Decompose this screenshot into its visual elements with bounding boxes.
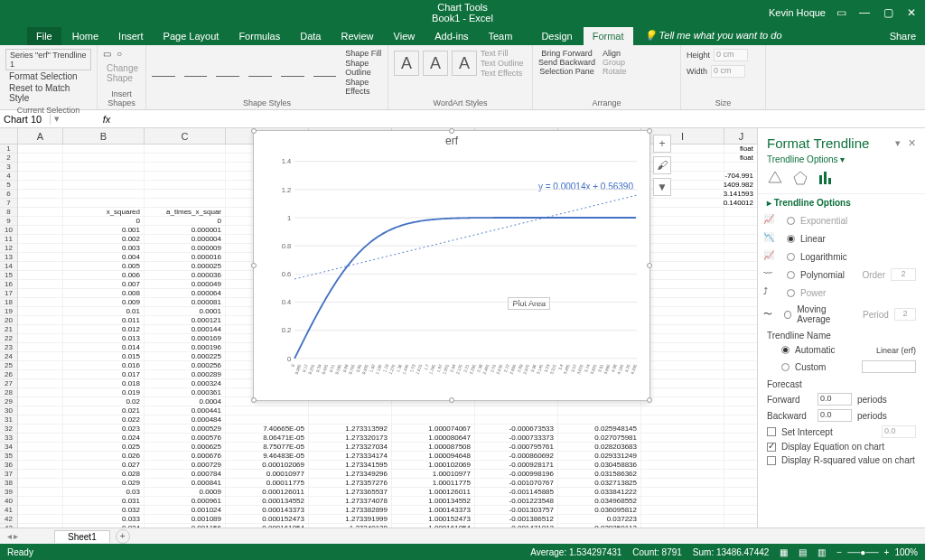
cell-C4[interactable]: [145, 172, 226, 180]
cell-B8[interactable]: x_squared: [63, 208, 145, 216]
zoom-value[interactable]: 100%: [894, 547, 918, 557]
cell-J8[interactable]: [724, 208, 759, 216]
cell-A30[interactable]: [18, 406, 63, 415]
cell-A2[interactable]: [18, 154, 63, 162]
namebox-dropdown-icon[interactable]: ▾: [51, 113, 63, 125]
reset-style-button[interactable]: Reset to Match Style: [5, 82, 91, 104]
row-header-17[interactable]: 17: [0, 289, 17, 298]
cell-A14[interactable]: [18, 262, 63, 270]
cell-C32[interactable]: 0.000529: [145, 425, 226, 433]
cell-J11[interactable]: [724, 235, 759, 243]
radio-name-custom[interactable]: [781, 363, 790, 371]
cell-E39[interactable]: 1.273365537: [309, 488, 392, 496]
cell-D37[interactable]: 0.00010977: [226, 470, 309, 478]
cell-C17[interactable]: 0.000064: [145, 289, 226, 297]
cell-C40[interactable]: 0.000961: [145, 497, 226, 505]
close-icon[interactable]: ✕: [903, 5, 920, 21]
cell-F41[interactable]: 1.000143373: [392, 506, 475, 514]
cell-B3[interactable]: [63, 163, 145, 171]
cell-F40[interactable]: 1.000134552: [392, 497, 475, 505]
cell-I37[interactable]: [641, 470, 724, 478]
row-header-25[interactable]: 25: [0, 361, 17, 370]
cell-C34[interactable]: 0.000625: [145, 443, 226, 451]
row-header-4[interactable]: 4: [0, 172, 17, 181]
row-header-32[interactable]: 32: [0, 425, 17, 434]
cell-B42[interactable]: 0.033: [63, 515, 145, 523]
cell-I10[interactable]: [641, 226, 724, 234]
cell-C14[interactable]: 0.000025: [145, 262, 226, 270]
cell-J16[interactable]: [724, 280, 759, 288]
cell-D32[interactable]: 7.40665E-05: [226, 425, 309, 433]
cell-J26[interactable]: [724, 370, 759, 378]
cell-C18[interactable]: 0.000081: [145, 298, 226, 306]
cell-E41[interactable]: 1.273382899: [309, 506, 392, 514]
cell-B26[interactable]: 0.017: [63, 370, 145, 378]
cell-A23[interactable]: [18, 343, 63, 351]
check-display-equation[interactable]: [767, 443, 776, 452]
cell-A26[interactable]: [18, 370, 63, 378]
cell-C8[interactable]: a_times_x_squar: [145, 208, 226, 216]
ribbon-options-icon[interactable]: ▭: [833, 5, 849, 21]
cell-J30[interactable]: [724, 406, 759, 415]
cell-J22[interactable]: [724, 334, 759, 342]
cell-J25[interactable]: [724, 361, 759, 369]
cell-D38[interactable]: 0.00011775: [226, 479, 309, 487]
cell-F36[interactable]: 1.000102069: [392, 461, 475, 469]
cell-I31[interactable]: [641, 415, 724, 424]
cell-A1[interactable]: [18, 145, 63, 153]
cell-j2[interactable]: float: [724, 154, 753, 163]
cell-I27[interactable]: [641, 379, 724, 387]
cell-A13[interactable]: [18, 253, 63, 261]
row-header-12[interactable]: 12: [0, 244, 17, 253]
cell-A3[interactable]: [18, 163, 63, 171]
radio-polynomial[interactable]: [787, 271, 795, 279]
cell-I9[interactable]: [641, 217, 724, 225]
row-header-22[interactable]: 22: [0, 334, 17, 343]
cell-F38[interactable]: 1.00011775: [392, 479, 475, 487]
zoom-in-icon[interactable]: +: [884, 547, 890, 557]
cell-I40[interactable]: [641, 497, 724, 505]
cell-J29[interactable]: [724, 397, 759, 406]
cell-I30[interactable]: [641, 406, 724, 415]
shape-effects-button[interactable]: Shape Effects: [345, 78, 382, 96]
radio-power[interactable]: [787, 289, 795, 297]
cell-A33[interactable]: [18, 434, 63, 442]
cell-F42[interactable]: 1.000152473: [392, 515, 475, 523]
formulas-tab[interactable]: Formulas: [229, 27, 289, 45]
name-box[interactable]: Chart 10: [0, 114, 51, 125]
cell-F33[interactable]: 1.000080647: [392, 434, 475, 442]
zoom-out-icon[interactable]: −: [836, 547, 842, 557]
cell-A21[interactable]: [18, 325, 63, 333]
cell-G34[interactable]: -0.000795761: [475, 443, 558, 451]
row-header-30[interactable]: 30: [0, 406, 17, 415]
cell-A4[interactable]: [18, 172, 63, 180]
cell-G31[interactable]: [475, 415, 558, 424]
cell-C12[interactable]: 0.000009: [145, 244, 226, 252]
cell-B22[interactable]: 0.013: [63, 334, 145, 342]
cell-A40[interactable]: [18, 497, 63, 505]
plot-area[interactable]: 00.20.40.60.811.21.400.0850.170.2550.340…: [279, 158, 640, 375]
cell-E40[interactable]: 1.273374078: [309, 497, 392, 505]
cell-H38[interactable]: 0.032713825: [558, 479, 641, 487]
cell-H41[interactable]: 0.036095812: [558, 506, 641, 514]
row-header-8[interactable]: 8: [0, 208, 17, 217]
row-header-28[interactable]: 28: [0, 388, 17, 397]
cell-C22[interactable]: 0.000169: [145, 334, 226, 342]
cell-B18[interactable]: 0.009: [63, 298, 145, 306]
bring-forward-button[interactable]: Bring Forward: [538, 49, 595, 58]
pane-dropdown-icon[interactable]: ▾: [895, 137, 901, 149]
chart-filters-button[interactable]: ▼: [653, 178, 671, 196]
cell-F37[interactable]: 1.00010977: [392, 470, 475, 478]
cell-J9[interactable]: [724, 217, 759, 225]
cell-I33[interactable]: [641, 434, 724, 442]
cell-A17[interactable]: [18, 289, 63, 297]
shape-style-6[interactable]: [313, 61, 337, 77]
cell-j5[interactable]: 1409.982: [724, 181, 753, 190]
resize-handle[interactable]: [647, 263, 652, 268]
cell-B33[interactable]: 0.024: [63, 434, 145, 442]
cell-B13[interactable]: 0.004: [63, 253, 145, 261]
shape-outline-button[interactable]: Shape Outline: [345, 59, 382, 77]
cell-D33[interactable]: 8.06471E-05: [226, 434, 309, 442]
maximize-icon[interactable]: ▢: [880, 5, 896, 21]
add-sheet-button[interactable]: +: [116, 529, 130, 544]
